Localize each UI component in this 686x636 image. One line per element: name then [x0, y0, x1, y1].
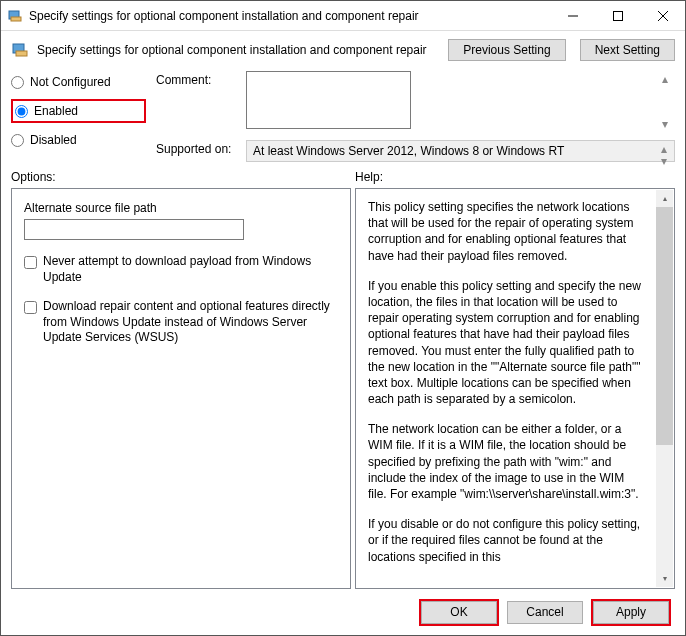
radio-not-configured-label: Not Configured: [30, 75, 111, 89]
ok-button[interactable]: OK: [421, 601, 497, 624]
comment-textarea[interactable]: [246, 71, 411, 129]
supported-on-box: At least Windows Server 2012, Windows 8 …: [246, 140, 675, 162]
panels-row: Options: Alternate source file path Neve…: [1, 162, 685, 589]
scroll-thumb[interactable]: [656, 207, 673, 445]
cancel-button[interactable]: Cancel: [507, 601, 583, 624]
svg-rect-3: [613, 11, 622, 20]
window-title: Specify settings for optional component …: [29, 9, 550, 23]
scroll-down-icon: ▾: [656, 570, 673, 587]
checkbox-never-download-input[interactable]: [24, 256, 37, 269]
previous-setting-button[interactable]: Previous Setting: [448, 39, 565, 61]
settings-row: Not Configured Enabled Disabled Comment:: [1, 65, 685, 162]
radio-disabled-input[interactable]: [11, 134, 24, 147]
checkbox-never-download[interactable]: Never attempt to download payload from W…: [24, 254, 338, 285]
apply-highlight: Apply: [591, 599, 671, 626]
comment-scrollbar[interactable]: ▴ ▾: [657, 73, 673, 130]
scroll-up-icon: ▴: [657, 73, 673, 85]
checkbox-never-download-label: Never attempt to download payload from W…: [43, 254, 338, 285]
help-panel: This policy setting specifies the networ…: [355, 188, 675, 589]
help-para: If you enable this policy setting and sp…: [368, 278, 644, 408]
radio-enabled-label: Enabled: [34, 104, 78, 118]
window-buttons: [550, 1, 685, 30]
apply-button[interactable]: Apply: [593, 601, 669, 624]
radio-enabled[interactable]: Enabled: [15, 104, 78, 118]
header-row: Specify settings for optional component …: [1, 31, 685, 65]
checkbox-download-wu-input[interactable]: [24, 301, 37, 314]
radio-disabled-label: Disabled: [30, 133, 77, 147]
radio-not-configured[interactable]: Not Configured: [11, 75, 146, 89]
header-title: Specify settings for optional component …: [37, 43, 434, 57]
dialog-footer: OK Cancel Apply: [1, 589, 685, 635]
scroll-down-icon: ▾: [656, 155, 672, 167]
scroll-down-icon: ▾: [657, 118, 673, 130]
alt-source-label: Alternate source file path: [24, 201, 338, 215]
policy-icon: [7, 8, 23, 24]
help-para: This policy setting specifies the networ…: [368, 199, 644, 264]
options-label: Options:: [11, 170, 351, 188]
radio-enabled-highlight: Enabled: [11, 99, 146, 123]
radio-enabled-input[interactable]: [15, 105, 28, 118]
supported-on-text: At least Windows Server 2012, Windows 8 …: [253, 144, 564, 158]
radio-disabled[interactable]: Disabled: [11, 133, 146, 147]
titlebar: Specify settings for optional component …: [1, 1, 685, 31]
state-radios: Not Configured Enabled Disabled: [11, 71, 146, 162]
svg-rect-7: [16, 51, 27, 56]
maximize-button[interactable]: [595, 1, 640, 30]
scroll-track[interactable]: [656, 445, 673, 570]
next-setting-button[interactable]: Next Setting: [580, 39, 675, 61]
scroll-up-icon: ▴: [656, 190, 673, 207]
checkbox-download-wu[interactable]: Download repair content and optional fea…: [24, 299, 338, 346]
supported-on-label: Supported on:: [156, 140, 238, 162]
help-scrollbar[interactable]: ▴ ▾: [656, 190, 673, 587]
comment-label: Comment:: [156, 71, 238, 132]
help-para: The network location can be either a fol…: [368, 421, 644, 502]
options-panel: Alternate source file path Never attempt…: [11, 188, 351, 589]
help-para: If you disable or do not configure this …: [368, 516, 644, 565]
dialog-window: Specify settings for optional component …: [0, 0, 686, 636]
help-label: Help:: [355, 170, 675, 188]
minimize-button[interactable]: [550, 1, 595, 30]
radio-not-configured-input[interactable]: [11, 76, 24, 89]
svg-rect-1: [11, 17, 21, 21]
supported-scrollbar: ▴ ▾: [656, 143, 672, 159]
alt-source-input[interactable]: [24, 219, 244, 240]
help-text: This policy setting specifies the networ…: [368, 199, 662, 565]
close-button[interactable]: [640, 1, 685, 30]
ok-highlight: OK: [419, 599, 499, 626]
policy-icon: [11, 41, 29, 59]
checkbox-download-wu-label: Download repair content and optional fea…: [43, 299, 338, 346]
